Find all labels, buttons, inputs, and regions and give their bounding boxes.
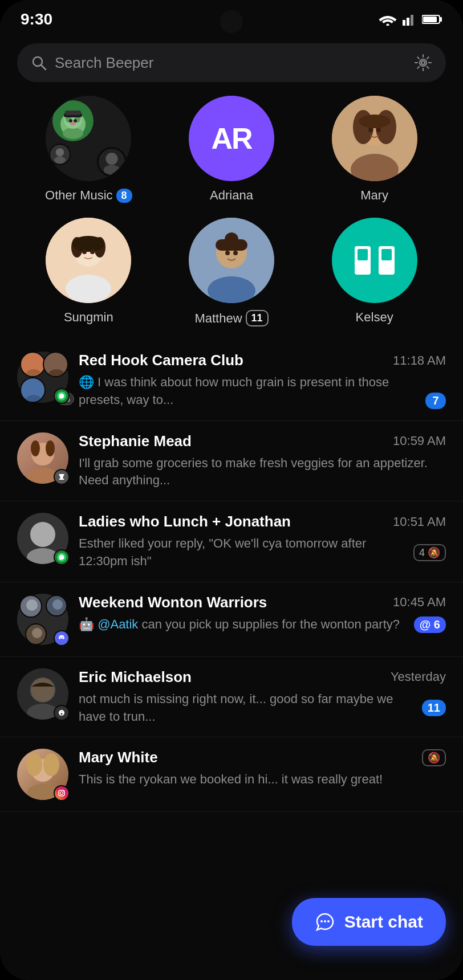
svg-point-77 — [26, 753, 42, 776]
svg-point-24 — [54, 157, 66, 164]
beeper-badge-eric — [54, 705, 70, 721]
chat-item-wonton[interactable]: Weekend Wonton Warriors 10:45 AM 🤖 @Aati… — [0, 582, 463, 657]
svg-point-81 — [63, 791, 64, 792]
svg-rect-2 — [407, 18, 409, 26]
story-mary[interactable]: Mary — [318, 96, 432, 203]
direct-badge-stephanie — [54, 469, 70, 485]
chat-content-wonton: Weekend Wonton Warriors 10:45 AM 🤖 @Aati… — [79, 594, 446, 634]
chat-preview-stephanie: I'll grab some groceries to make fresh v… — [79, 455, 446, 490]
svg-point-17 — [74, 119, 77, 122]
story-sungmin[interactable]: Sungmin — [31, 218, 145, 326]
settings-icon[interactable] — [414, 54, 432, 72]
chat-item-mary-white[interactable]: Mary White 🔕 This is the ryokan we booke… — [0, 737, 463, 812]
chat-content-red-hook: Red Hook Camera Club 11:18 AM 🌐 I was th… — [79, 352, 446, 409]
sungmin-avatar — [46, 218, 131, 303]
sungmin-label: Sungmin — [64, 310, 113, 325]
search-placeholder: Search Beeper — [55, 54, 406, 72]
search-bar[interactable]: Search Beeper — [17, 43, 446, 82]
svg-point-69 — [51, 611, 64, 616]
svg-point-30 — [359, 115, 391, 128]
svg-point-38 — [72, 236, 104, 252]
svg-point-35 — [66, 275, 111, 303]
chat-avatar-wrap-ladies — [17, 513, 68, 564]
matthew-badge: 11 — [246, 310, 269, 326]
svg-point-67 — [25, 612, 39, 618]
phone-frame: 9:30 Sea — [0, 0, 463, 980]
unread-badge-eric: 11 — [422, 700, 446, 716]
whatsapp-badge — [54, 388, 70, 404]
story-other-music[interactable]: Other Music 8 — [31, 96, 145, 203]
svg-rect-3 — [411, 15, 413, 26]
svg-point-55 — [48, 369, 64, 377]
chat-preview-wonton: 🤖 @Aatik can you pick up supplies for th… — [79, 616, 414, 634]
svg-rect-5 — [423, 17, 437, 22]
matthew-name-row: Matthew 11 — [194, 310, 268, 326]
battery-icon — [422, 14, 442, 24]
svg-point-57 — [26, 395, 42, 403]
svg-point-80 — [60, 792, 63, 795]
svg-rect-6 — [440, 17, 442, 22]
svg-point-0 — [387, 24, 389, 26]
svg-point-21 — [106, 153, 118, 165]
adriana-initials: AR — [211, 121, 251, 156]
chat-time-ladies: 10:51 AM — [393, 514, 446, 529]
chat-name-eric: Eric Michaelson — [79, 668, 192, 686]
svg-point-84 — [327, 920, 330, 922]
svg-point-62 — [46, 440, 55, 456]
svg-rect-49 — [358, 249, 368, 260]
chat-content-stephanie: Stephanie Mead 10:59 AM I'll grab some g… — [79, 432, 446, 490]
kelsey-label: Kelsey — [356, 310, 393, 325]
svg-point-53 — [26, 369, 42, 377]
chat-time-stephanie: 10:59 AM — [393, 434, 446, 448]
signal-icon — [403, 13, 416, 26]
status-icons — [379, 13, 442, 26]
chat-item-red-hook[interactable]: +8 Red Hook Camera Club 11:18 AM 🌐 I was… — [0, 340, 463, 421]
other-music-name-row: Other Music 8 — [45, 188, 132, 203]
other-music-badge: 8 — [116, 189, 132, 203]
chat-content-mary-white: Mary White 🔕 This is the ryokan we booke… — [79, 749, 446, 789]
kelsey-avatar — [332, 218, 417, 303]
chat-name-wonton: Weekend Wonton Warriors — [79, 594, 267, 611]
story-kelsey[interactable]: Kelsey — [318, 218, 432, 326]
chat-item-ladies-lunch[interactable]: Ladies who Lunch + Jonathan 10:51 AM Est… — [0, 501, 463, 582]
svg-point-18 — [70, 122, 76, 125]
story-matthew[interactable]: Matthew 11 — [174, 218, 289, 326]
other-music-label: Other Music — [45, 188, 113, 203]
chat-meta-red-hook: 🌐 I was think about how much grain is pr… — [79, 374, 446, 409]
chat-content-ladies: Ladies who Lunch + Jonathan 10:51 AM Est… — [79, 513, 446, 570]
chat-header-eric: Eric Michaelson Yesterday — [79, 668, 446, 686]
chat-avatar-wrap-red-hook: +8 — [17, 352, 68, 403]
mary-label: Mary — [360, 188, 388, 203]
svg-point-61 — [31, 440, 40, 456]
mary-avatar — [332, 96, 417, 181]
start-chat-button[interactable]: Start chat — [292, 898, 446, 946]
chat-item-eric[interactable]: Eric Michaelson Yesterday not much is mi… — [0, 657, 463, 738]
adriana-label: Adriana — [210, 188, 253, 203]
chat-header-red-hook: Red Hook Camera Club 11:18 AM — [79, 352, 446, 369]
chat-preview-ladies: Esther liked your reply, "OK we'll cya t… — [79, 535, 413, 570]
chat-header-wonton: Weekend Wonton Warriors 10:45 AM — [79, 594, 446, 611]
chat-content-eric: Eric Michaelson Yesterday not much is mi… — [79, 668, 446, 726]
chat-header-mary-white: Mary White 🔕 — [79, 749, 446, 766]
svg-rect-1 — [403, 20, 405, 26]
chat-bubble-icon — [315, 912, 335, 932]
chat-time-eric: Yesterday — [391, 669, 446, 684]
instagram-badge-mary — [54, 785, 70, 801]
svg-point-63 — [30, 522, 55, 547]
chat-time-red-hook: 11:18 AM — [393, 353, 446, 368]
chat-avatar-wrap-stephanie — [17, 432, 68, 484]
svg-point-23 — [56, 148, 64, 156]
svg-point-82 — [320, 920, 323, 922]
svg-point-54 — [51, 357, 62, 369]
chat-item-stephanie[interactable]: Stephanie Mead 10:59 AM I'll grab some g… — [0, 421, 463, 502]
chat-avatar-wrap-mary-white — [17, 749, 68, 800]
muted-badge-ladies: 4 🔕 — [413, 544, 446, 561]
stories-row-2: Sungmin Matthew 11 — [0, 212, 463, 340]
chat-avatar-wrap-eric — [17, 668, 68, 720]
story-adriana[interactable]: AR Adriana — [174, 96, 289, 203]
chat-header-stephanie: Stephanie Mead 10:59 AM — [79, 432, 446, 450]
whatsapp-badge-ladies — [54, 549, 70, 565]
svg-point-12 — [63, 128, 83, 139]
matthew-label: Matthew — [194, 311, 242, 326]
svg-rect-20 — [65, 111, 81, 115]
